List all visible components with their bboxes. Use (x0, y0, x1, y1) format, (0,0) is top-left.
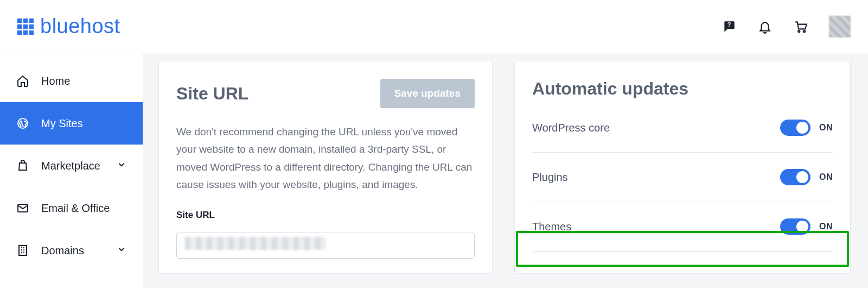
svg-rect-5 (19, 246, 27, 255)
svg-point-2 (803, 30, 805, 32)
toggle-plugins[interactable] (780, 169, 810, 185)
toggle-row-themes: Themes ON (532, 202, 833, 252)
sidebar-item-label: My Sites (41, 117, 126, 130)
main: Site URL Save updates We don't recommend… (143, 53, 868, 288)
avatar[interactable] (829, 16, 851, 37)
toggle-row-plugins: Plugins ON (532, 153, 833, 202)
mail-icon (16, 202, 29, 215)
site-url-field-label: Site URL (176, 210, 475, 221)
cart-icon[interactable] (793, 19, 808, 34)
support-chat-icon[interactable]: ? (722, 19, 737, 34)
sidebar: Home My Sites Marketplace Email & Office (0, 53, 143, 288)
card-title: Site URL (176, 84, 248, 104)
svg-text:?: ? (727, 21, 731, 28)
sidebar-item-domains[interactable]: Domains (0, 229, 143, 272)
toggle-state: ON (819, 222, 833, 231)
save-updates-button[interactable]: Save updates (380, 79, 475, 108)
brand[interactable]: bluehost (17, 15, 120, 38)
toggle-state: ON (819, 123, 833, 133)
home-icon (16, 74, 29, 87)
card-site-url: Site URL Save updates We don't recommend… (158, 61, 493, 274)
sidebar-item-home[interactable]: Home (0, 60, 143, 102)
toggle-row-wordpress-core: WordPress core ON (532, 103, 833, 153)
toggle-wordpress-core[interactable] (780, 120, 810, 136)
card-automatic-updates: Automatic updates WordPress core ON Plug… (514, 61, 851, 274)
chevron-down-icon (117, 245, 126, 257)
toggle-label: Themes (532, 221, 571, 233)
sidebar-item-email-office[interactable]: Email & Office (0, 187, 143, 229)
wordpress-icon (16, 117, 29, 130)
bag-icon (16, 159, 29, 172)
toggle-label: Plugins (532, 171, 568, 184)
sidebar-item-label: Home (41, 75, 126, 87)
site-url-input[interactable] (176, 233, 475, 259)
brand-name: bluehost (40, 15, 120, 38)
sidebar-item-marketplace[interactable]: Marketplace (0, 145, 143, 187)
header-icons: ? (722, 16, 851, 37)
sidebar-item-label: Domains (41, 245, 105, 257)
brand-grid-icon (17, 18, 34, 35)
sidebar-item-label: Email & Office (41, 202, 126, 215)
card-title: Automatic updates (532, 79, 833, 99)
site-url-description: We don't recommend changing the URL unle… (176, 123, 475, 193)
building-icon (16, 244, 29, 257)
svg-point-1 (798, 30, 800, 32)
toggle-state: ON (819, 172, 833, 182)
toggle-label: WordPress core (532, 122, 610, 134)
chevron-down-icon (117, 160, 126, 172)
sidebar-item-label: Marketplace (41, 160, 105, 172)
notifications-icon[interactable] (757, 19, 773, 34)
sidebar-item-my-sites[interactable]: My Sites (0, 102, 143, 145)
topbar: bluehost ? (0, 0, 868, 53)
toggle-themes[interactable] (780, 218, 810, 235)
